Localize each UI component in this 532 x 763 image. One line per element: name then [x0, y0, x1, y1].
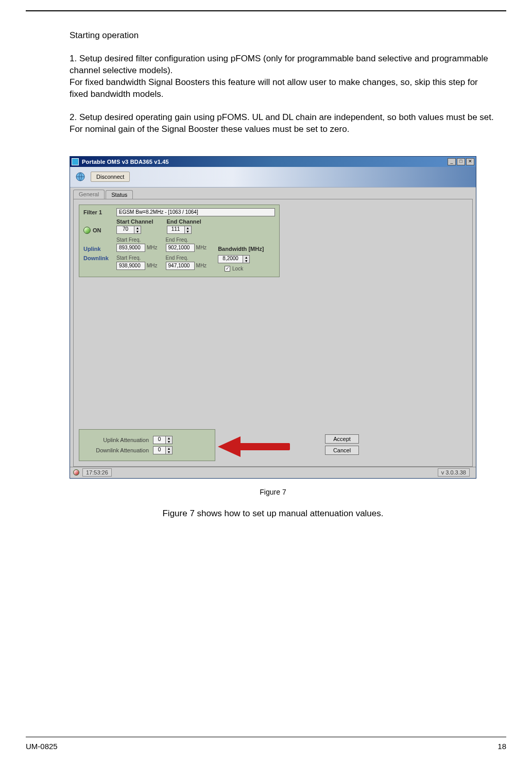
app-icon — [72, 158, 79, 165]
step2-text: 2. Setup desired operating gain using pF… — [70, 112, 494, 122]
mhz-unit: MHz — [196, 263, 207, 268]
dl-end-freq-input[interactable]: 947,1000 — [166, 262, 195, 270]
end-channel-input[interactable]: 111 ▲▼ — [167, 226, 201, 234]
toolbar: Disconnect — [70, 167, 476, 188]
ul-start-freq-input[interactable]: 893,9000 — [116, 244, 145, 252]
tab-panel: Filter 1 EGSM Bw=8.2MHz - [1063 / 1064] … — [73, 199, 473, 467]
attenuation-panel: Uplink Attenuation 0 ▲▼ Downlink Attenua… — [79, 429, 215, 461]
bandwidth-label: Bandwidth [MHz] — [218, 246, 264, 252]
downlink-label: Downlink — [83, 255, 112, 261]
footer-doc-id: UM-0825 — [26, 742, 58, 751]
lock-checkbox[interactable]: ✓ — [225, 266, 230, 272]
tab-general[interactable]: General — [73, 190, 105, 199]
status-led-icon — [73, 469, 79, 476]
start-channel-input[interactable]: 70 ▲▼ — [116, 226, 153, 234]
ul-end-freq-input[interactable]: 902,1000 — [166, 244, 195, 252]
disconnect-button[interactable]: Disconnect — [91, 172, 130, 182]
figure-caption: Figure 7 — [70, 488, 476, 496]
status-version: v 3.0.3.38 — [438, 468, 470, 477]
mhz-unit: MHz — [196, 245, 207, 250]
filter-title: Filter 1 — [83, 209, 112, 215]
section-heading: Starting operation — [70, 30, 496, 42]
status-time: 17:53:26 — [82, 468, 112, 477]
downlink-atten-label: Downlink Attenuation — [84, 447, 149, 453]
globe-icon — [75, 172, 85, 182]
on-led-icon — [83, 227, 91, 234]
mhz-unit: MHz — [147, 263, 158, 268]
filter-summary[interactable]: EGSM Bw=8.2MHz - [1063 / 1064] — [116, 208, 275, 216]
uplink-atten-label: Uplink Attenuation — [84, 437, 149, 443]
uplink-label: Uplink — [83, 246, 112, 252]
footer-page-number: 18 — [497, 742, 506, 751]
end-channel-label: End Channel — [167, 218, 201, 225]
cancel-button[interactable]: Cancel — [325, 446, 359, 455]
figure-description: Figure 7 shows how to set up manual atte… — [70, 508, 476, 519]
on-label: ON — [93, 227, 101, 233]
uplink-atten-input[interactable]: 0 ▲▼ — [153, 436, 173, 444]
step1-note: For fixed bandwidth Signal Boosters this… — [70, 77, 478, 99]
filter-panel: Filter 1 EGSM Bw=8.2MHz - [1063 / 1064] … — [79, 205, 280, 277]
minimize-button[interactable]: _ — [448, 158, 456, 165]
footer-rule — [26, 737, 506, 737]
tab-status[interactable]: Status — [106, 190, 133, 199]
mhz-unit: MHz — [147, 245, 158, 250]
step2-note: For nominal gain of the Signal Booster t… — [70, 124, 349, 134]
start-channel-label: Start Channel — [116, 218, 153, 225]
top-rule — [26, 10, 506, 11]
app-window: Portable OMS v3 BDA365 v1.45 _ □ ✕ Disco… — [70, 156, 476, 479]
statusbar: 17:53:26 v 3.0.3.38 — [70, 467, 476, 478]
dl-start-freq-input[interactable]: 938,9000 — [116, 262, 145, 270]
close-button[interactable]: ✕ — [466, 158, 474, 165]
maximize-button[interactable]: □ — [457, 158, 465, 165]
lock-label: Lock — [232, 266, 243, 272]
titlebar: Portable OMS v3 BDA365 v1.45 _ □ ✕ — [70, 157, 476, 167]
downlink-atten-input[interactable]: 0 ▲▼ — [153, 446, 173, 454]
ul-end-freq-label: End Freq. — [166, 237, 207, 243]
bandwidth-input[interactable]: 8,2000 ▲▼ — [218, 255, 250, 263]
ul-start-freq-label: Start Freq. — [116, 237, 158, 243]
window-title: Portable OMS v3 BDA365 v1.45 — [82, 159, 448, 165]
step1-text: 1. Setup desired filter configuration us… — [70, 54, 488, 75]
arrow-annotation-icon — [218, 436, 290, 457]
dl-start-freq-label: Start Freq. — [116, 255, 158, 261]
dl-end-freq-label: End Freq. — [166, 255, 207, 261]
accept-button[interactable]: Accept — [325, 434, 359, 444]
